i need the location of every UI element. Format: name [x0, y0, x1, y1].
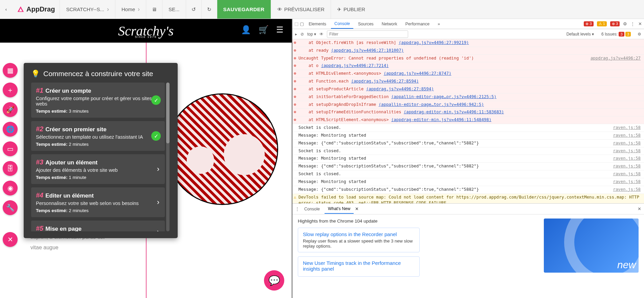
- onboarding-step-5[interactable]: #5Mise en pageApprenez à déplacer des él…: [31, 221, 165, 231]
- tab-more[interactable]: »: [434, 20, 443, 28]
- source-link[interactable]: raven.js:58: [609, 125, 641, 131]
- toggle-icon[interactable]: ◉: [3, 181, 18, 196]
- console-row[interactable]: Message: Monitoring startedraven.js:58: [292, 178, 644, 186]
- console-row[interactable]: at setupProductArticle (appdrag.js?v=449…: [292, 86, 644, 93]
- console-settings-icon[interactable]: ⚙: [638, 32, 641, 37]
- tab-network[interactable]: Network: [378, 20, 401, 28]
- source-link[interactable]: appdrag.js?v=4496:27: [586, 55, 641, 62]
- device-toggle-icon[interactable]: ▢: [300, 21, 304, 26]
- console-row[interactable]: at o (appdrag.js?v=4496:27:7214): [292, 62, 644, 70]
- console-row[interactable]: Message: {"cmd":"subscriptionStatus","su…: [292, 186, 644, 194]
- devtools-close-icon[interactable]: ✕: [638, 21, 642, 26]
- chat-fab[interactable]: 💬: [264, 270, 284, 291]
- context-select[interactable]: top ▾: [307, 32, 316, 37]
- globe-icon[interactable]: 🌐: [3, 122, 18, 137]
- inspect-icon[interactable]: ⬚: [294, 21, 298, 26]
- console-row[interactable]: at Object.fireWith [as resolveWith] (app…: [292, 39, 644, 47]
- onboarding-title: Commencez à construire votre site: [43, 70, 153, 78]
- source-link[interactable]: raven.js:58: [609, 179, 641, 185]
- appdrag-logo[interactable]: AppDrag: [12, 0, 60, 19]
- publish-button[interactable]: ✈ PUBLIER: [331, 0, 371, 19]
- source-link[interactable]: raven.js:58: [609, 133, 641, 139]
- console-row[interactable]: at HTMLDivElement.<anonymous> (appdrag.j…: [292, 70, 644, 78]
- tab-performance[interactable]: Performance: [402, 20, 433, 28]
- undo-button[interactable]: ↺: [186, 0, 201, 19]
- check-icon: ✓: [151, 131, 161, 141]
- console-output[interactable]: at Object.fireWith [as resolveWith] (app…: [292, 39, 644, 203]
- cart-icon[interactable]: 🛒: [259, 25, 269, 35]
- hamburger-icon[interactable]: ☰: [276, 25, 284, 35]
- source-link[interactable]: raven.js:58: [609, 148, 641, 154]
- source-link[interactable]: raven.js:58: [609, 187, 641, 193]
- devtools-tabbar: ⬚ ▢ Elements Console Sources Network Per…: [292, 19, 644, 29]
- drawer-tab-console[interactable]: Console: [301, 205, 323, 213]
- clear-console-icon[interactable]: ⊘: [301, 32, 304, 37]
- chevron-right-icon: ›: [157, 228, 159, 232]
- drawer-tab-close-icon[interactable]: ✕: [355, 206, 359, 211]
- console-row[interactable]: Uncaught TypeError: Cannot read properti…: [292, 55, 644, 63]
- device-desktop-button[interactable]: 🖥: [146, 0, 162, 19]
- home-crumb[interactable]: Home: [115, 0, 146, 19]
- grid-icon[interactable]: ▦: [3, 63, 18, 78]
- console-row[interactable]: at ready (appdrag.js?v=4496:27:101007): [292, 47, 644, 55]
- drawer-kebab-icon[interactable]: ⋮: [295, 206, 299, 211]
- settings-icon[interactable]: ⚙: [623, 21, 627, 26]
- error-count-badge[interactable]: ⊗ 3: [584, 21, 593, 26]
- console-row[interactable]: Socket is closed.raven.js:58: [292, 124, 644, 132]
- plus-icon[interactable]: ＋: [3, 83, 18, 97]
- onboarding-step-4[interactable]: #4Editer un élémentPersonnalisez votre s…: [31, 187, 165, 217]
- whatsnew-card-1[interactable]: New User Timings track in the Performanc…: [298, 256, 420, 277]
- error-count-badge-2[interactable]: ⊗ 3: [610, 21, 620, 26]
- drawer-tab-whatsnew[interactable]: What's New: [325, 204, 354, 214]
- console-row[interactable]: at HTMLScriptElement.<anonymous> (appdra…: [292, 116, 644, 124]
- source-link[interactable]: raven.js:58: [609, 171, 641, 177]
- redo-button[interactable]: ↻: [201, 0, 217, 19]
- issues-label[interactable]: 6 Issues: 3 3: [601, 32, 631, 37]
- browser-icon[interactable]: ▭: [3, 141, 18, 156]
- tab-elements[interactable]: Elements: [305, 20, 330, 28]
- drawer-close-icon[interactable]: ✕: [638, 206, 641, 211]
- seo-button[interactable]: SE...: [162, 0, 186, 19]
- whatsnew-card-0[interactable]: Slow replay options in the Recorder pane…: [298, 228, 420, 252]
- console-row[interactable]: Message: {"cmd":"subscriptionStatus","su…: [292, 140, 644, 147]
- back-button[interactable]: ‹: [0, 0, 12, 19]
- console-toolbar: ▸ ⊘ top ▾ 👁 Default levels ▾ 6 Issues: 3…: [292, 29, 644, 39]
- chevron-right-icon: ›: [157, 165, 159, 174]
- console-row[interactable]: Message: {"cmd":"subscriptionStatus","su…: [292, 163, 644, 170]
- warn-count-badge[interactable]: ⚠ 1: [597, 21, 607, 26]
- live-expression-icon[interactable]: 👁: [319, 32, 324, 37]
- levels-select[interactable]: Default levels ▾: [567, 32, 594, 37]
- tab-console[interactable]: Console: [331, 19, 353, 29]
- devtools-drawer: ⋮ Console What's New ✕ ✕ Highlights from…: [292, 203, 644, 298]
- source-link[interactable]: raven.js:58: [609, 140, 641, 146]
- save-button[interactable]: SAUVEGARDER: [217, 0, 271, 19]
- console-row[interactable]: at Function.each (appdrag.js?v=4496:27:8…: [292, 78, 644, 86]
- console-row[interactable]: DevTools failed to load source map: Coul…: [292, 194, 644, 203]
- kebab-icon[interactable]: ⋮: [630, 21, 635, 26]
- onboarding-step-2[interactable]: #2Créer son premier siteSélectionnez un …: [31, 121, 165, 151]
- console-row[interactable]: Message: Monitoring startedraven.js:58: [292, 155, 644, 163]
- account-icon[interactable]: 👤: [241, 25, 251, 35]
- close-rail-button[interactable]: ✕: [3, 232, 18, 247]
- steps-scrollbar-thumb[interactable]: [166, 83, 170, 143]
- source-link[interactable]: raven.js:58: [609, 163, 641, 169]
- console-filter-input[interactable]: [327, 30, 408, 38]
- console-row[interactable]: Socket is closed.raven.js:58: [292, 147, 644, 155]
- console-row[interactable]: Message: Monitoring startedraven.js:58: [292, 132, 644, 140]
- whatsnew-video-thumb[interactable]: new: [544, 219, 639, 273]
- preview-button[interactable]: 👁 PRÉVISUALISER: [271, 0, 331, 19]
- database-icon[interactable]: 🗄: [3, 161, 18, 176]
- console-row[interactable]: Socket is closed.raven.js:58: [292, 170, 644, 178]
- onboarding-step-3[interactable]: #3Ajouter un élémentAjouter des éléments…: [31, 154, 165, 184]
- console-row[interactable]: at initSortableForDraggedSection (appall…: [292, 93, 644, 101]
- console-sidebar-icon[interactable]: ▸: [295, 32, 297, 37]
- site-canvas: Scratchy's Since 1976 👤 🛒 ☰ dignissim, l…: [0, 19, 292, 298]
- wrench-icon[interactable]: 🔧: [3, 200, 18, 215]
- project-crumb[interactable]: SCRATCHY--S...: [60, 0, 115, 19]
- console-row[interactable]: at setupIframeEditionFunctionnalities (a…: [292, 109, 644, 116]
- onboarding-step-1[interactable]: #1Créer un compteConfigurez votre compte…: [31, 83, 165, 118]
- console-row[interactable]: at setupDragAndDropInIframe (appallin-ed…: [292, 101, 644, 109]
- rocket-icon[interactable]: 🚀: [3, 102, 18, 117]
- source-link[interactable]: raven.js:58: [609, 156, 641, 162]
- tab-sources[interactable]: Sources: [355, 20, 377, 28]
